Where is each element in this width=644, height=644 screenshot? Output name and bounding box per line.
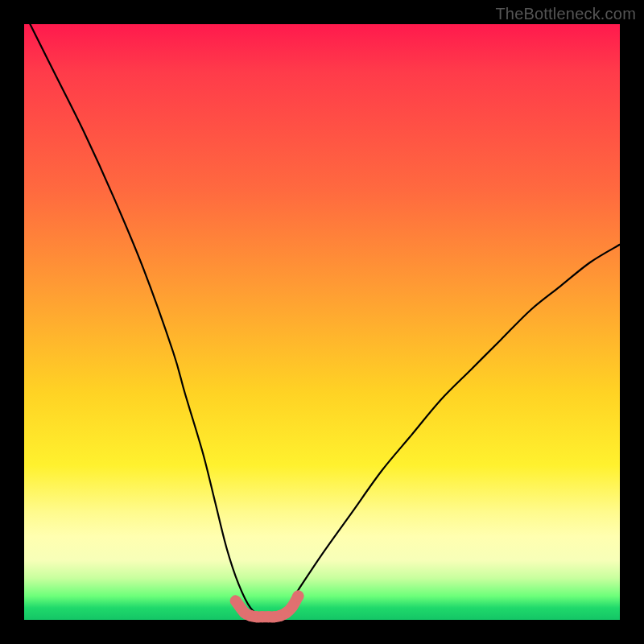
v-curve-path [30, 24, 620, 618]
curve-layer [30, 24, 620, 618]
marker-dot [231, 596, 241, 605]
chart-svg [24, 24, 620, 620]
marker-dot [287, 601, 298, 613]
watermark-text: TheBottleneck.com [495, 5, 636, 23]
outer-frame: TheBottleneck.com [0, 0, 644, 644]
bottom-markers-group [231, 590, 304, 622]
marker-dot [292, 590, 303, 601]
